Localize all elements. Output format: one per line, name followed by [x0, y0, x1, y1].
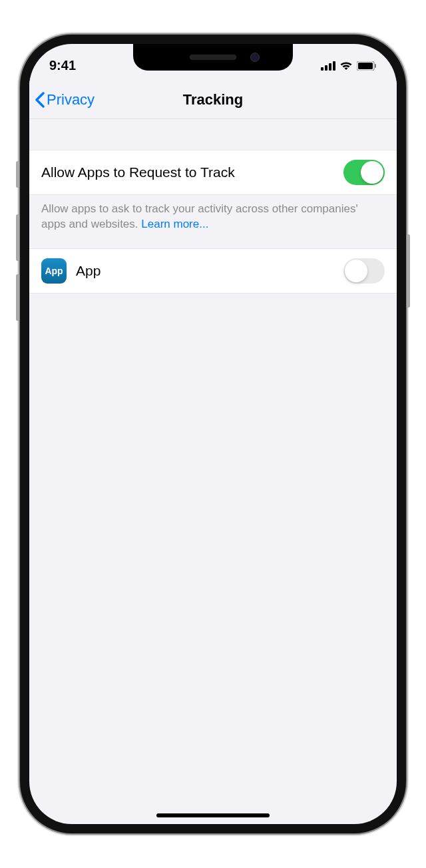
content: Allow Apps to Request to Track Allow app… — [29, 119, 397, 824]
app-row-left: App App — [41, 258, 101, 284]
cellular-icon — [321, 61, 335, 71]
status-time: 9:41 — [49, 58, 76, 73]
toggle-knob — [361, 161, 383, 184]
app-tracking-row: App App — [29, 248, 397, 294]
svg-rect-0 — [321, 67, 323, 71]
notch — [133, 44, 293, 71]
app-icon: App — [41, 258, 67, 284]
back-button[interactable]: Privacy — [35, 91, 95, 108]
svg-rect-5 — [358, 63, 373, 69]
chevron-left-icon — [35, 92, 45, 108]
phone-frame: 9:41 — [20, 35, 406, 833]
nav-bar: Privacy Tracking — [29, 81, 397, 119]
back-label: Privacy — [47, 91, 95, 108]
speaker-grille — [190, 55, 236, 60]
wifi-icon — [339, 61, 353, 71]
svg-rect-6 — [375, 64, 376, 68]
app-tracking-toggle[interactable] — [343, 258, 385, 284]
allow-tracking-row: Allow Apps to Request to Track — [29, 150, 397, 195]
allow-tracking-toggle[interactable] — [343, 160, 385, 185]
battery-icon — [357, 61, 377, 71]
screen: 9:41 — [29, 44, 397, 824]
status-icons — [321, 61, 377, 71]
power-button — [407, 234, 410, 308]
volume-down-button — [16, 274, 19, 321]
mute-switch — [16, 161, 19, 188]
home-indicator[interactable] — [156, 813, 270, 817]
allow-tracking-label: Allow Apps to Request to Track — [41, 164, 235, 180]
toggle-knob — [345, 260, 367, 282]
svg-rect-1 — [325, 65, 327, 71]
svg-rect-2 — [329, 63, 331, 71]
volume-up-button — [16, 214, 19, 261]
front-camera — [250, 53, 260, 62]
section-footer: Allow apps to ask to track your activity… — [29, 195, 397, 248]
learn-more-link[interactable]: Learn more... — [141, 218, 208, 230]
svg-rect-3 — [333, 61, 335, 71]
app-name-label: App — [76, 263, 101, 279]
spacer — [29, 119, 397, 150]
